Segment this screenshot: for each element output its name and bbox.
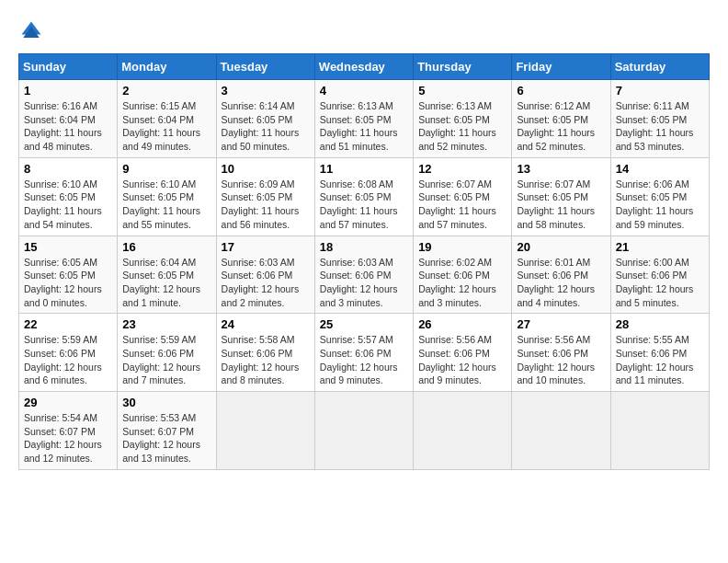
calendar-day-11: 11Sunrise: 6:08 AMSunset: 6:05 PMDayligh… bbox=[314, 157, 413, 236]
day-number: 7 bbox=[616, 84, 704, 98]
day-info: Sunrise: 6:15 AMSunset: 6:04 PMDaylight:… bbox=[122, 100, 200, 152]
calendar-day-20: 20Sunrise: 6:01 AMSunset: 6:06 PMDayligh… bbox=[512, 236, 610, 314]
day-info: Sunrise: 6:01 AMSunset: 6:06 PMDaylight:… bbox=[517, 257, 595, 308]
weekday-header-friday: Friday bbox=[512, 54, 610, 80]
calendar-day-24: 24Sunrise: 5:58 AMSunset: 6:06 PMDayligh… bbox=[216, 314, 314, 392]
weekday-header-thursday: Thursday bbox=[414, 54, 512, 80]
day-info: Sunrise: 5:57 AMSunset: 6:06 PMDaylight:… bbox=[320, 334, 398, 385]
logo-icon bbox=[18, 18, 44, 44]
calendar-day-13: 13Sunrise: 6:07 AMSunset: 6:05 PMDayligh… bbox=[512, 157, 610, 236]
day-number: 19 bbox=[418, 240, 506, 254]
day-number: 15 bbox=[24, 240, 112, 254]
logo bbox=[18, 18, 48, 44]
day-info: Sunrise: 6:14 AMSunset: 6:05 PMDaylight:… bbox=[222, 100, 300, 152]
day-info: Sunrise: 6:05 AMSunset: 6:05 PMDaylight:… bbox=[24, 257, 102, 308]
day-number: 22 bbox=[24, 317, 112, 331]
day-number: 10 bbox=[222, 162, 310, 176]
day-info: Sunrise: 6:13 AMSunset: 6:05 PMDaylight:… bbox=[418, 100, 496, 152]
day-info: Sunrise: 6:06 AMSunset: 6:05 PMDaylight:… bbox=[616, 178, 694, 230]
calendar-table: SundayMondayTuesdayWednesdayThursdayFrid… bbox=[18, 53, 710, 470]
day-info: Sunrise: 5:56 AMSunset: 6:06 PMDaylight:… bbox=[418, 334, 496, 385]
day-number: 25 bbox=[320, 317, 408, 331]
calendar-day-10: 10Sunrise: 6:09 AMSunset: 6:05 PMDayligh… bbox=[216, 157, 314, 236]
day-info: Sunrise: 6:13 AMSunset: 6:05 PMDaylight:… bbox=[320, 100, 398, 152]
day-info: Sunrise: 6:03 AMSunset: 6:06 PMDaylight:… bbox=[222, 257, 300, 308]
empty-cell bbox=[512, 392, 610, 470]
calendar-day-16: 16Sunrise: 6:04 AMSunset: 6:05 PMDayligh… bbox=[118, 236, 216, 314]
day-number: 17 bbox=[222, 240, 310, 254]
day-info: Sunrise: 6:09 AMSunset: 6:05 PMDaylight:… bbox=[222, 178, 300, 230]
day-info: Sunrise: 6:11 AMSunset: 6:05 PMDaylight:… bbox=[616, 100, 694, 152]
calendar-day-12: 12Sunrise: 6:07 AMSunset: 6:05 PMDayligh… bbox=[414, 157, 512, 236]
day-number: 3 bbox=[222, 84, 310, 98]
day-info: Sunrise: 6:03 AMSunset: 6:06 PMDaylight:… bbox=[320, 257, 398, 308]
weekday-header-monday: Monday bbox=[118, 54, 216, 80]
day-number: 16 bbox=[122, 240, 210, 254]
empty-cell bbox=[216, 392, 314, 470]
day-number: 2 bbox=[122, 84, 210, 98]
day-info: Sunrise: 6:07 AMSunset: 6:05 PMDaylight:… bbox=[517, 178, 595, 230]
day-number: 24 bbox=[222, 317, 310, 331]
day-info: Sunrise: 5:55 AMSunset: 6:06 PMDaylight:… bbox=[616, 334, 694, 385]
calendar-day-1: 1Sunrise: 6:16 AMSunset: 6:04 PMDaylight… bbox=[19, 80, 118, 158]
empty-cell bbox=[414, 392, 512, 470]
day-number: 20 bbox=[517, 240, 605, 254]
day-number: 1 bbox=[24, 84, 112, 98]
weekday-header-wednesday: Wednesday bbox=[314, 54, 413, 80]
calendar-day-15: 15Sunrise: 6:05 AMSunset: 6:05 PMDayligh… bbox=[19, 236, 118, 314]
calendar-day-7: 7Sunrise: 6:11 AMSunset: 6:05 PMDaylight… bbox=[610, 80, 709, 158]
empty-cell bbox=[314, 392, 413, 470]
day-number: 11 bbox=[320, 162, 408, 176]
day-info: Sunrise: 5:53 AMSunset: 6:07 PMDaylight:… bbox=[122, 412, 200, 464]
weekday-header-sunday: Sunday bbox=[19, 54, 118, 80]
day-number: 9 bbox=[122, 162, 210, 176]
day-info: Sunrise: 6:08 AMSunset: 6:05 PMDaylight:… bbox=[320, 178, 398, 230]
day-info: Sunrise: 5:56 AMSunset: 6:06 PMDaylight:… bbox=[517, 334, 595, 385]
calendar-day-17: 17Sunrise: 6:03 AMSunset: 6:06 PMDayligh… bbox=[216, 236, 314, 314]
day-info: Sunrise: 6:02 AMSunset: 6:06 PMDaylight:… bbox=[418, 257, 496, 308]
day-number: 18 bbox=[320, 240, 408, 254]
calendar-day-14: 14Sunrise: 6:06 AMSunset: 6:05 PMDayligh… bbox=[610, 157, 709, 236]
day-info: Sunrise: 6:16 AMSunset: 6:04 PMDaylight:… bbox=[24, 100, 102, 152]
calendar-day-4: 4Sunrise: 6:13 AMSunset: 6:05 PMDaylight… bbox=[314, 80, 413, 158]
day-info: Sunrise: 6:07 AMSunset: 6:05 PMDaylight:… bbox=[418, 178, 496, 230]
calendar-day-18: 18Sunrise: 6:03 AMSunset: 6:06 PMDayligh… bbox=[314, 236, 413, 314]
day-info: Sunrise: 6:12 AMSunset: 6:05 PMDaylight:… bbox=[517, 100, 595, 152]
day-number: 30 bbox=[122, 396, 210, 409]
calendar-day-5: 5Sunrise: 6:13 AMSunset: 6:05 PMDaylight… bbox=[414, 80, 512, 158]
day-number: 27 bbox=[517, 317, 605, 331]
calendar-day-2: 2Sunrise: 6:15 AMSunset: 6:04 PMDaylight… bbox=[118, 80, 216, 158]
day-number: 8 bbox=[24, 162, 112, 176]
day-info: Sunrise: 6:00 AMSunset: 6:06 PMDaylight:… bbox=[616, 257, 694, 308]
day-info: Sunrise: 6:10 AMSunset: 6:05 PMDaylight:… bbox=[24, 178, 102, 230]
day-number: 29 bbox=[24, 396, 112, 409]
day-number: 5 bbox=[418, 84, 506, 98]
day-info: Sunrise: 5:59 AMSunset: 6:06 PMDaylight:… bbox=[122, 334, 200, 385]
day-number: 28 bbox=[616, 317, 704, 331]
day-info: Sunrise: 6:10 AMSunset: 6:05 PMDaylight:… bbox=[122, 178, 200, 230]
day-info: Sunrise: 5:54 AMSunset: 6:07 PMDaylight:… bbox=[24, 412, 102, 464]
calendar-day-28: 28Sunrise: 5:55 AMSunset: 6:06 PMDayligh… bbox=[610, 314, 709, 392]
calendar-day-6: 6Sunrise: 6:12 AMSunset: 6:05 PMDaylight… bbox=[512, 80, 610, 158]
calendar-day-23: 23Sunrise: 5:59 AMSunset: 6:06 PMDayligh… bbox=[118, 314, 216, 392]
day-number: 21 bbox=[616, 240, 704, 254]
calendar-day-25: 25Sunrise: 5:57 AMSunset: 6:06 PMDayligh… bbox=[314, 314, 413, 392]
calendar-day-29: 29Sunrise: 5:54 AMSunset: 6:07 PMDayligh… bbox=[19, 392, 118, 470]
day-number: 26 bbox=[418, 317, 506, 331]
calendar-day-9: 9Sunrise: 6:10 AMSunset: 6:05 PMDaylight… bbox=[118, 157, 216, 236]
calendar-day-27: 27Sunrise: 5:56 AMSunset: 6:06 PMDayligh… bbox=[512, 314, 610, 392]
day-info: Sunrise: 5:59 AMSunset: 6:06 PMDaylight:… bbox=[24, 334, 102, 385]
calendar-day-19: 19Sunrise: 6:02 AMSunset: 6:06 PMDayligh… bbox=[414, 236, 512, 314]
day-number: 14 bbox=[616, 162, 704, 176]
weekday-header-saturday: Saturday bbox=[610, 54, 709, 80]
day-number: 4 bbox=[320, 84, 408, 98]
weekday-header-tuesday: Tuesday bbox=[216, 54, 314, 80]
day-info: Sunrise: 5:58 AMSunset: 6:06 PMDaylight:… bbox=[222, 334, 300, 385]
day-number: 6 bbox=[517, 84, 605, 98]
calendar-day-8: 8Sunrise: 6:10 AMSunset: 6:05 PMDaylight… bbox=[19, 157, 118, 236]
calendar-day-22: 22Sunrise: 5:59 AMSunset: 6:06 PMDayligh… bbox=[19, 314, 118, 392]
day-number: 13 bbox=[517, 162, 605, 176]
empty-cell bbox=[610, 392, 709, 470]
page-header bbox=[18, 18, 710, 44]
calendar-day-3: 3Sunrise: 6:14 AMSunset: 6:05 PMDaylight… bbox=[216, 80, 314, 158]
